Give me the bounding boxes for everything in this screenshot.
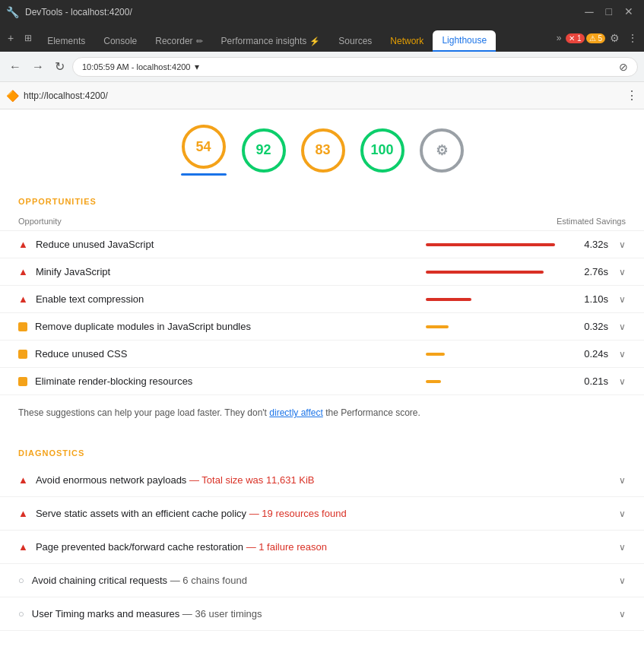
- devtools-url-text: http://localhost:4200/: [24, 90, 621, 101]
- diag-triangle-red-icon-2: [18, 508, 28, 519]
- opp-render-blocking-bar: [426, 380, 441, 383]
- tab-overflow-button[interactable]: »: [554, 33, 565, 43]
- suggestion-text: These suggestions can help your page loa…: [0, 395, 644, 430]
- diag-cache-policy[interactable]: Serve static assets with an efficient ca…: [0, 497, 644, 531]
- address-dropdown-icon[interactable]: ▾: [195, 62, 199, 72]
- opp-render-blocking-chevron: ∨: [619, 376, 626, 387]
- diag-triangle-red-icon-3: [18, 541, 28, 553]
- opportunity-minify-js[interactable]: Minify JavaScript 2.76s ∨: [0, 258, 644, 286]
- opp-reduce-css-bar-wrap: [426, 353, 563, 356]
- tab-performance[interactable]: Performance insights ⚡: [212, 30, 330, 52]
- tab-sources[interactable]: Sources: [329, 30, 381, 52]
- window-controls: ─ □ ✕: [580, 5, 638, 19]
- opportunity-reduce-js[interactable]: Reduce unused JavaScript 4.32s ∨: [0, 231, 644, 258]
- error-badge: ✕ 1: [566, 33, 584, 43]
- opp-remove-dupes-savings: 0.32s: [570, 321, 608, 332]
- title-bar-title: DevTools - localhost:4200/: [25, 7, 574, 17]
- suggestion-prefix: These suggestions can help your page loa…: [18, 407, 269, 418]
- reload-button[interactable]: ↻: [52, 59, 68, 74]
- diag-critical-requests[interactable]: Avoid chaining critical requests — 6 cha…: [0, 564, 644, 597]
- tab-console[interactable]: Console: [94, 30, 146, 52]
- score-pwa-circle: ⚙: [420, 128, 464, 173]
- column-savings: Estimated Savings: [557, 217, 626, 226]
- triangle-red-icon-2: [18, 266, 28, 277]
- opp-reduce-js-savings: 4.32s: [570, 239, 608, 250]
- diag-user-timing[interactable]: User Timing marks and measures — 36 user…: [0, 597, 644, 631]
- opp-remove-dupes-bar: [426, 325, 449, 328]
- triangle-red-icon: [18, 239, 28, 250]
- tab-panel-button[interactable]: ⊞: [20, 33, 36, 43]
- diag-critical-requests-label: Avoid chaining critical requests — 6 cha…: [32, 575, 611, 586]
- score-performance-bar: [181, 173, 227, 176]
- diag-critical-requests-chevron: ∨: [619, 575, 626, 586]
- tab-new-button[interactable]: +: [3, 32, 18, 44]
- opp-minify-js-savings: 2.76s: [570, 266, 608, 277]
- tab-sources-label: Sources: [338, 36, 372, 46]
- score-accessibility-circle: 92: [242, 128, 286, 173]
- table-header: Opportunity Estimated Savings: [0, 212, 644, 231]
- score-seo-circle: 100: [360, 128, 404, 173]
- diag-bfcache-chevron: ∨: [619, 542, 626, 553]
- triangle-red-icon-3: [18, 293, 28, 305]
- url-bar[interactable]: 10:05:59 AM - localhost:4200 ▾ ⊘: [72, 57, 638, 77]
- opp-text-compression-label: Enable text compression: [36, 293, 418, 305]
- score-seo[interactable]: 100: [360, 128, 404, 173]
- suggestion-link[interactable]: directly affect: [269, 407, 322, 418]
- diag-circle-gray-icon-1: [18, 575, 24, 586]
- address-reload-icon[interactable]: ⊘: [619, 61, 628, 73]
- opportunity-reduce-css[interactable]: Reduce unused CSS 0.24s ∨: [0, 341, 644, 368]
- back-button[interactable]: ←: [6, 60, 24, 74]
- opportunity-render-blocking[interactable]: Eliminate render-blocking resources 0.21…: [0, 368, 644, 395]
- diag-bfcache[interactable]: Page prevented back/forward cache restor…: [0, 531, 644, 564]
- devtools-more-button[interactable]: ⋮: [624, 32, 641, 44]
- tab-recorder[interactable]: Recorder ✏: [146, 30, 211, 52]
- score-best-practices[interactable]: 83: [301, 128, 345, 173]
- main-content: 54 92 83 100 ⚙ OPPORTUNITIES Opportunity…: [0, 109, 644, 659]
- opp-reduce-css-savings: 0.24s: [570, 348, 608, 360]
- devtools-settings-button[interactable]: ⚙: [607, 32, 623, 44]
- opp-render-blocking-label: Eliminate render-blocking resources: [35, 375, 418, 387]
- opportunity-text-compression[interactable]: Enable text compression 1.10s ∨: [0, 286, 644, 313]
- tab-elements-label: Elements: [47, 36, 85, 46]
- opp-reduce-css-label: Reduce unused CSS: [35, 348, 418, 360]
- score-accessibility[interactable]: 92: [242, 128, 286, 173]
- performance-icon: ⚡: [309, 36, 320, 46]
- suggestion-suffix: the Performance score.: [325, 407, 420, 418]
- diag-bfcache-detail: — 1 failure reason: [246, 541, 327, 553]
- opp-minify-js-chevron: ∨: [619, 267, 626, 277]
- diag-network-payloads-label: Avoid enormous network payloads — Total …: [36, 474, 611, 486]
- diagnostics-section-header: DIAGNOSTICS: [0, 430, 644, 464]
- opportunities-section-header: OPPORTUNITIES: [0, 185, 644, 212]
- tab-lighthouse-label: Lighthouse: [442, 35, 487, 46]
- score-performance[interactable]: 54: [181, 125, 227, 176]
- diag-network-payloads[interactable]: Avoid enormous network payloads — Total …: [0, 464, 644, 497]
- opp-text-compression-chevron: ∨: [619, 294, 626, 305]
- tab-elements[interactable]: Elements: [38, 30, 94, 52]
- opp-minify-js-bar: [426, 271, 544, 274]
- score-pwa[interactable]: ⚙: [420, 128, 464, 173]
- tab-network[interactable]: Network: [381, 30, 433, 52]
- diag-circle-gray-icon-2: [18, 608, 24, 619]
- devtools-url-more-button[interactable]: ⋮: [626, 88, 638, 103]
- tab-lighthouse[interactable]: Lighthouse: [433, 30, 496, 52]
- recorder-icon: ✏: [196, 36, 203, 46]
- opportunity-remove-dupes[interactable]: Remove duplicate modules in JavaScript b…: [0, 313, 644, 341]
- opp-text-compression-bar-wrap: [426, 298, 563, 301]
- opp-minify-js-label: Minify JavaScript: [36, 266, 418, 277]
- tab-console-label: Console: [103, 36, 137, 46]
- forward-button[interactable]: →: [29, 60, 47, 74]
- address-bar: ← → ↻ 10:05:59 AM - localhost:4200 ▾ ⊘: [0, 52, 644, 82]
- close-icon: ✕: [620, 5, 638, 19]
- diag-network-payloads-detail: — Total size was 11,631 KiB: [189, 474, 315, 486]
- opp-reduce-js-bar-wrap: [426, 243, 563, 246]
- diag-cache-policy-chevron: ∨: [619, 509, 626, 519]
- tab-recorder-label: Recorder: [155, 36, 192, 46]
- diag-user-timing-label: User Timing marks and measures — 36 user…: [32, 608, 611, 619]
- diag-cache-policy-detail: — 19 resources found: [249, 508, 347, 519]
- tab-network-label: Network: [390, 36, 424, 46]
- devtools-url-bar: 🔶 http://localhost:4200/ ⋮: [0, 82, 644, 109]
- opp-reduce-js-chevron: ∨: [619, 239, 626, 250]
- nav-tabs: Elements Console Recorder ✏ Performance …: [38, 24, 551, 52]
- score-section: 54 92 83 100 ⚙: [0, 109, 644, 185]
- opp-reduce-css-bar: [426, 353, 445, 356]
